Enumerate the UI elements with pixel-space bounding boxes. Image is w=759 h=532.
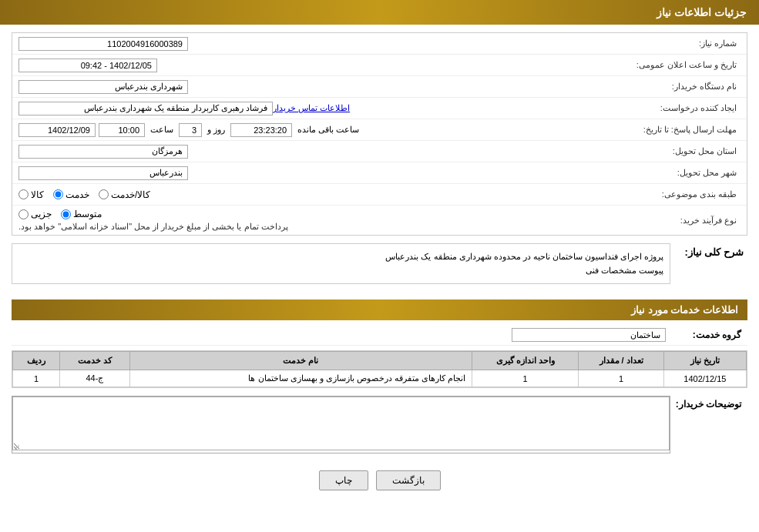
sharh-label: شرح کلی نیاز: [670,243,747,258]
shahr-label: شهر محل تحویل: [648,168,741,178]
khadamat-table-wrapper: تاریخ نیاز تعداد / مقدار واحد اندازه گیر… [12,350,747,388]
mohlat-row: مهلت ارسال پاسخ: تا تاریخ: ساعت باقی مان… [12,119,747,141]
nooe-farayand-value-cell: متوسط جزیی پرداخت تمام یا بخشی از مبلغ خ… [18,209,648,232]
nooe-farayand-motavaset-radio[interactable] [61,209,71,219]
buyer-textarea-wrap [12,396,670,453]
ijad-konande-input[interactable] [18,102,273,115]
nooe-farayand-jozi-radio[interactable] [18,209,29,219]
ijad-konande-label: ایجاد کننده درخواست: [648,103,741,113]
nam-dastgah-input[interactable] [18,80,188,94]
print-button[interactable]: چاپ [319,470,368,490]
nam-dastgah-value-cell [18,80,648,94]
back-button[interactable]: بازگشت [376,470,441,490]
contact-link[interactable]: اطلاعات تماس خریدار [273,103,350,113]
shomara-niaz-value-cell [18,37,648,51]
grohe-label: گروه خدمت: [672,330,741,340]
col-name: نام خدمت [129,352,472,370]
buyer-comments-label: توضیحات خریدار: [670,396,747,453]
mohlat-remaining-input[interactable] [230,123,292,137]
tabaqe-radio-group: کالا/خدمت خدمت کالا [18,189,150,200]
tabaqe-label: طبقه بندی موضوعی: [648,189,741,199]
main-form-section: شماره نیاز: تاریخ و ساعت اعلان عمومی: نا… [12,32,747,236]
tarikh-saat-input[interactable] [18,59,157,72]
tabaqe-option-kala-khedmat[interactable]: کالا/خدمت [99,189,150,200]
nooe-farayand-option-jozi[interactable]: جزیی [18,209,52,219]
tabaqe-row: طبقه بندی موضوعی: کالا/خدمت خدمت کالا [12,184,747,206]
sharh-line1: پروژه اجرای فنداسیون ساختمان ناحیه در مح… [18,250,663,264]
cell-tarikh: 1402/12/15 [663,370,746,387]
tarikh-saat-row: تاریخ و ساعت اعلان عمومی: [12,55,747,76]
shahr-input[interactable] [18,166,188,180]
content-area: شماره نیاز: تاریخ و ساعت اعلان عمومی: نا… [0,25,759,507]
cell-radif: 1 [13,370,60,387]
page-title: جزئیات اطلاعات نیاز [657,6,747,18]
nooe-farayand-jozi-label: جزیی [31,209,52,219]
shomara-niaz-label: شماره نیاز: [648,38,741,49]
mohlat-remaining-label-post: ساعت باقی مانده [297,125,359,135]
shahr-value-cell [18,166,648,180]
mohlat-label: مهلت ارسال پاسخ: تا تاریخ: [640,125,741,135]
nooe-farayand-motavaset-label: متوسط [73,209,102,219]
table-row: 1402/12/15 1 1 انجام کارهای متفرقه درخصو… [13,370,747,387]
khadamat-header: اطلاعات خدمات مورد نیاز [12,299,747,320]
cell-tedad: 1 [579,370,663,387]
nam-dastgah-label: نام دستگاه خریدار: [648,82,741,92]
table-header-row: تاریخ نیاز تعداد / مقدار واحد اندازه گیر… [13,352,747,370]
col-code: کد خدمت [60,352,130,370]
col-radif: ردیف [13,352,60,370]
mohlat-remaining-label-pre: روز و [207,125,225,135]
ijad-konande-row: ایجاد کننده درخواست: اطلاعات تماس خریدار [12,98,747,119]
grohe-row: گروه خدمت: [12,325,747,346]
tabaqe-option-kala[interactable]: کالا [18,189,44,200]
buyer-comments-textarea[interactable] [12,396,670,450]
mohlat-datetime: ساعت باقی مانده روز و ساعت [18,123,361,137]
col-tarikh: تاریخ نیاز [663,352,746,370]
nam-dastgah-row: نام دستگاه خریدار: [12,76,747,98]
tarikh-saat-label: تاریخ و ساعت اعلان عمومی: [636,60,741,70]
shomara-niaz-row: شماره نیاز: [12,33,747,55]
col-vahed: واحد اندازه گیری [472,352,579,370]
grohe-input[interactable] [512,328,666,342]
tabaqe-kala-radio[interactable] [18,189,29,199]
sharh-line2: پیوست مشخصات فنی [18,264,663,278]
cell-code: ج-44 [60,370,130,387]
sharh-description-box: پروژه اجرای فنداسیون ساختمان ناحیه در مح… [12,243,670,284]
page-wrapper: جزئیات اطلاعات نیاز شماره نیاز: تاریخ و … [0,0,759,532]
mohlat-date-input[interactable] [18,123,96,137]
ostan-value-cell [18,145,648,159]
ijad-konande-value-cell: اطلاعات تماس خریدار [18,102,648,115]
tabaqe-khedmat-label: خدمت [65,189,89,200]
shahr-row: شهر محل تحویل: [12,162,747,184]
mohlat-value-cell: ساعت باقی مانده روز و ساعت [18,123,640,137]
cell-name: انجام کارهای متفرقه درخصوص بازسازی و بهس… [129,370,472,387]
sharh-content: پروژه اجرای فنداسیون ساختمان ناحیه در مح… [12,243,670,292]
nooe-farayand-notice: پرداخت تمام یا بخشی از مبلغ خریدار از مح… [18,222,288,232]
sharh-section: شرح کلی نیاز: پروژه اجرای فنداسیون ساختم… [12,243,747,292]
khadamat-table: تاریخ نیاز تعداد / مقدار واحد اندازه گیر… [12,351,747,387]
nooe-farayand-option-motavaset[interactable]: متوسط [61,209,102,219]
tabaqe-kala-label: کالا [31,189,44,200]
tabaqe-value-cell: کالا/خدمت خدمت کالا [18,189,648,200]
shomara-niaz-input[interactable] [18,37,188,51]
cell-vahed: 1 [472,370,579,387]
buyer-comments-section: توضیحات خریدار: [12,396,747,453]
tarikh-saat-value-cell [18,59,636,72]
mohlat-time-label: ساعت [150,125,173,135]
buttons-row: بازگشت چاپ [12,461,747,500]
page-header: جزئیات اطلاعات نیاز [0,0,759,25]
nooe-farayand-row: نوع فرآیند خرید: متوسط جزیی پرداخت تمام … [12,206,747,235]
ostan-input[interactable] [18,145,188,159]
tabaqe-kala-khedmat-radio[interactable] [99,189,109,199]
col-tedad: تعداد / مقدار [579,352,663,370]
ostan-label: استان محل تحویل: [648,146,741,156]
tabaqe-khedmat-radio[interactable] [53,189,63,199]
ostan-row: استان محل تحویل: [12,141,747,162]
nooe-farayand-label: نوع فرآیند خرید: [648,216,741,226]
mohlat-days-input[interactable] [179,123,202,137]
nooe-farayand-radio-group: متوسط جزیی [18,209,102,219]
tabaqe-option-khedmat[interactable]: خدمت [53,189,89,200]
tabaqe-kala-khedmat-label: کالا/خدمت [111,189,150,200]
mohlat-time-input[interactable] [99,123,145,137]
